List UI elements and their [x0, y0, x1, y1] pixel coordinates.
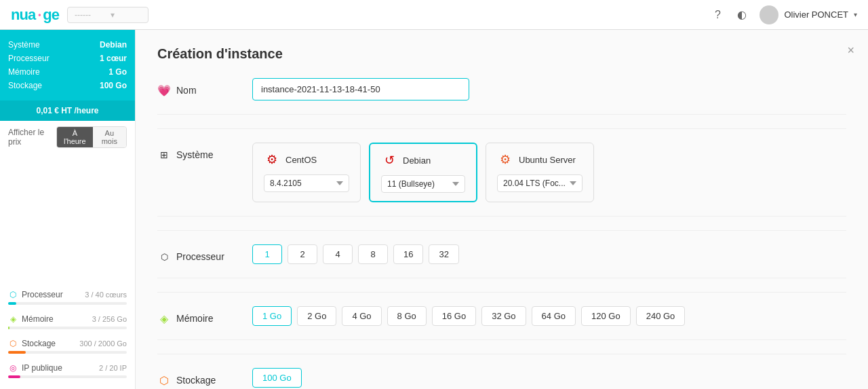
header-icons: ? ◐ Olivier PONCET ▾	[711, 5, 857, 24]
memoire-label: ◈ Mémoire	[157, 306, 239, 325]
nom-input[interactable]	[252, 78, 469, 100]
processeur-options: 12481632	[252, 244, 846, 264]
processeur-option-16[interactable]: 16	[393, 244, 423, 264]
stat-header: ◈ Mémoire 3 / 256 Go	[8, 314, 127, 324]
stat-label-text: IP publique	[22, 363, 62, 373]
stat-bar	[8, 375, 20, 378]
processeur-row: ⬡ Processeur 12481632	[157, 244, 846, 264]
close-button[interactable]: ×	[847, 43, 854, 58]
ip-publique-sidebar-icon: ◎	[8, 363, 18, 373]
processeur-label-text: Processeur	[176, 251, 224, 262]
toggle-group: À l'heure Au mois	[56, 126, 127, 148]
price-toggle-section: Afficher le prix À l'heure Au mois	[0, 121, 135, 156]
systeme-label-text: Système	[176, 149, 213, 160]
memoire-option-32-Go[interactable]: 32 Go	[481, 306, 526, 326]
sidebar-summary-row: Mémoire1 Go	[8, 65, 127, 79]
os-card-header: ⚙ CentOS	[264, 151, 349, 168]
section-processeur: ⬡ Processeur 12481632	[157, 244, 846, 278]
processeur-option-1[interactable]: 1	[252, 244, 282, 264]
project-selector[interactable]: ------ ▾	[67, 7, 149, 23]
processeur-label: ⬡ Processeur	[157, 244, 239, 263]
logo: nua•ge	[11, 6, 59, 24]
toggle-per-hour[interactable]: À l'heure	[57, 127, 93, 147]
page-title: Création d'instance	[157, 46, 846, 62]
os-version-select[interactable]: 20.04 LTS (Foc...	[497, 174, 583, 192]
user-info[interactable]: Olivier PONCET ▾	[760, 5, 857, 24]
sidebar-summary-row: Processeur1 cœur	[8, 52, 127, 65]
os-card-centos[interactable]: ⚙ CentOS 8.4.2105	[252, 143, 361, 202]
processeur-sidebar-icon: ⬡	[8, 290, 18, 299]
memoire-option-1-Go[interactable]: 1 Go	[252, 306, 292, 326]
stat-bar	[8, 351, 26, 354]
memoire-row: ◈ Mémoire 1 Go2 Go4 Go8 Go16 Go32 Go64 G…	[157, 306, 846, 326]
memoire-option-2-Go[interactable]: 2 Go	[297, 306, 336, 326]
stat-item: ⬡ Processeur 3 / 40 cœurs	[8, 290, 127, 305]
avatar	[760, 5, 778, 24]
divider-2	[157, 230, 846, 231]
stat-bar-bg	[8, 375, 127, 378]
stockage-option-100-Go[interactable]: 100 Go	[252, 368, 302, 388]
stat-bar-bg	[8, 327, 127, 329]
sidebar-summary-row: SystèmeDebian	[8, 38, 127, 52]
memoire-option-120-Go[interactable]: 120 Go	[581, 306, 631, 326]
theme-icon[interactable]: ◐	[735, 8, 749, 22]
memoire-label-text: Mémoire	[176, 313, 213, 324]
stat-item: ◎ IP publique 2 / 20 IP	[8, 363, 127, 378]
os-icon-0: ⚙	[264, 151, 280, 168]
price-toggle-label: Afficher le prix	[8, 128, 51, 147]
stat-header: ⬡ Processeur 3 / 40 cœurs	[8, 290, 127, 299]
nom-control	[252, 78, 846, 100]
stat-label-text: Processeur	[22, 290, 63, 299]
nom-icon: 💗	[157, 84, 171, 97]
sidebar-summary-row: Stockage100 Go	[8, 79, 127, 92]
sidebar-summary: SystèmeDebianProcesseur1 cœurMémoire1 Go…	[0, 30, 135, 100]
stat-bar	[8, 302, 16, 305]
stat-bar-bg	[8, 351, 127, 354]
stat-bar-bg	[8, 302, 127, 305]
stat-value: 300 / 2000 Go	[79, 339, 127, 348]
os-card-ubuntu-server[interactable]: ⚙ Ubuntu Server 20.04 LTS (Foc...	[486, 143, 594, 202]
memoire-option-240-Go[interactable]: 240 Go	[636, 306, 686, 326]
stockage-label-text: Stockage	[176, 375, 216, 386]
os-icon-2: ⚙	[497, 151, 513, 168]
stat-label: ◎ IP publique	[8, 363, 62, 373]
os-card-debian[interactable]: ↺ Debian 11 (Bullseye)	[369, 143, 477, 202]
processeur-icon: ⬡	[157, 250, 171, 263]
processeur-option-32[interactable]: 32	[429, 244, 458, 264]
processeur-option-2[interactable]: 2	[288, 244, 317, 264]
sidebar-row-value: 1 cœur	[100, 54, 127, 63]
os-version-select[interactable]: 8.4.2105	[264, 174, 349, 192]
processeur-control: 12481632	[252, 244, 846, 264]
memoire-sidebar-icon: ◈	[8, 314, 18, 324]
logo-suffix: ge	[43, 6, 59, 24]
nom-row: 💗 Nom	[157, 78, 846, 100]
memoire-option-4-Go[interactable]: 4 Go	[342, 306, 381, 326]
stat-label-text: Stockage	[22, 339, 56, 348]
stat-label: ⬡ Stockage	[8, 339, 56, 348]
sidebar: SystèmeDebianProcesseur1 cœurMémoire1 Go…	[0, 30, 136, 389]
os-cards: ⚙ CentOS 8.4.2105 ↺ Debian 11 (Bullseye)…	[252, 143, 846, 202]
section-systeme: ⊞ Système ⚙ CentOS 8.4.2105 ↺ Debian 11 …	[157, 143, 846, 217]
sidebar-row-label: Processeur	[8, 54, 50, 63]
stat-label-text: Mémoire	[22, 314, 54, 324]
stat-value: 3 / 40 cœurs	[85, 291, 127, 299]
toggle-per-month[interactable]: Au mois	[93, 127, 126, 147]
stat-label: ◈ Mémoire	[8, 314, 54, 324]
stockage-options: 100 Go	[252, 368, 846, 388]
sidebar-row-value: 100 Go	[100, 81, 127, 90]
os-version-select[interactable]: 11 (Bullseye)	[381, 175, 465, 193]
memoire-option-16-Go[interactable]: 16 Go	[432, 306, 476, 326]
nom-label-text: Nom	[176, 85, 197, 96]
help-icon[interactable]: ?	[711, 8, 724, 22]
section-memoire: ◈ Mémoire 1 Go2 Go4 Go8 Go16 Go32 Go64 G…	[157, 306, 846, 340]
divider-4	[157, 354, 846, 354]
os-card-name: Ubuntu Server	[519, 155, 576, 165]
stat-item: ◈ Mémoire 3 / 256 Go	[8, 314, 127, 329]
processeur-option-8[interactable]: 8	[358, 244, 388, 264]
project-name: ------	[75, 10, 105, 20]
memoire-control: 1 Go2 Go4 Go8 Go16 Go32 Go64 Go120 Go240…	[252, 306, 846, 326]
memoire-option-8-Go[interactable]: 8 Go	[387, 306, 427, 326]
sidebar-row-label: Stockage	[8, 81, 42, 90]
processeur-option-4[interactable]: 4	[323, 244, 353, 264]
memoire-option-64-Go[interactable]: 64 Go	[532, 306, 576, 326]
